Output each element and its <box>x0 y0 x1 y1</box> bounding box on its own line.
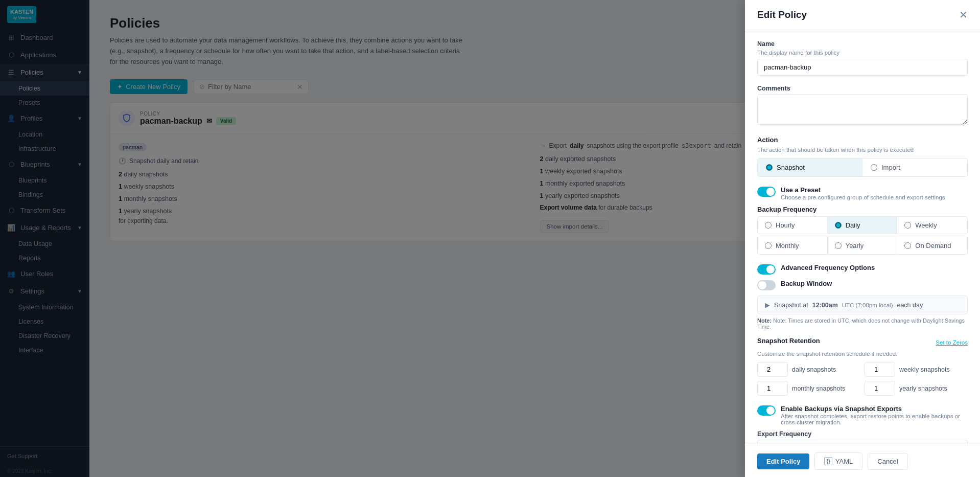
yaml-icon: {} <box>824 457 832 465</box>
backup-window-toggle[interactable] <box>757 280 776 290</box>
comments-textarea[interactable] <box>757 94 968 125</box>
snapshot-at-label: Snapshot at <box>774 302 808 309</box>
yearly-count-input[interactable] <box>865 381 895 396</box>
action-snapshot-option[interactable]: Snapshot <box>758 158 862 176</box>
snapshot-at-time: 12:00am <box>812 302 838 309</box>
weekly-snapshots-label: weekly snapshots <box>899 366 968 373</box>
action-label: Action <box>757 136 968 144</box>
monthly-snapshots-label: monthly snapshots <box>792 385 860 392</box>
daily-snapshots-label: daily snapshots <box>792 366 860 373</box>
freq-on-demand-radio[interactable] <box>904 242 911 249</box>
panel-close-button[interactable]: ✕ <box>959 10 968 20</box>
snapshot-schedule-row: ▶ Snapshot at 12:00am UTC (7:00pm local)… <box>757 296 968 314</box>
enable-backups-label: Enable Backups via Snapshot Exports <box>781 405 968 413</box>
frequency-row1: Hourly Daily Weekly <box>757 216 968 234</box>
freq-monthly-radio[interactable] <box>765 242 772 249</box>
backup-frequency-group: Backup Frequency Hourly Daily Weekly <box>757 206 968 255</box>
freq-monthly[interactable]: Monthly <box>758 237 828 254</box>
enable-backups-sublabel: After snapshot completes, export restore… <box>781 413 968 425</box>
monthly-count-input[interactable] <box>757 381 788 396</box>
freq-on-demand[interactable]: On Demand <box>897 237 967 254</box>
freq-hourly[interactable]: Hourly <box>758 217 828 234</box>
freq-weekly[interactable]: Weekly <box>897 217 967 234</box>
adv-freq-label: Advanced Frequency Options <box>781 264 875 271</box>
backup-frequency-label: Backup Frequency <box>757 206 968 213</box>
snapshot-retention-group: Snapshot Retention Set to Zeros Customiz… <box>757 337 968 396</box>
frequency-row2: Monthly Yearly On Demand <box>757 237 968 255</box>
action-import-radio[interactable] <box>871 164 877 171</box>
expand-icon[interactable]: ▶ <box>765 301 770 309</box>
export-freq-label: Export Frequency <box>757 430 968 438</box>
freq-daily-radio[interactable] <box>835 222 842 229</box>
enable-backups-toggle[interactable] <box>757 405 776 416</box>
freq-hourly-radio[interactable] <box>765 222 772 229</box>
comments-field-group: Comments <box>757 85 968 127</box>
name-label: Name <box>757 40 968 48</box>
comments-label: Comments <box>757 85 968 92</box>
set-to-zeros-link[interactable]: Set to Zeros <box>936 339 968 346</box>
weekly-count-input[interactable] <box>865 362 895 377</box>
use-preset-toggle[interactable] <box>757 187 776 197</box>
snapshot-at-utc: UTC (7:00pm local) <box>842 302 893 308</box>
overlay: Edit Policy ✕ Name The display name for … <box>0 0 980 477</box>
freq-weekly-radio[interactable] <box>904 222 911 229</box>
note-text: Note: Note: Times are stored in UTC, whi… <box>757 317 968 330</box>
edit-policy-button[interactable]: Edit Policy <box>757 453 809 469</box>
name-field-group: Name The display name for this policy <box>757 40 968 76</box>
name-input[interactable] <box>757 59 968 76</box>
use-preset-row: Use a Preset Choose a pre-configured gro… <box>757 186 968 200</box>
backup-window-label: Backup Window <box>781 280 832 287</box>
adv-freq-row: Advanced Frequency Options <box>757 264 968 275</box>
use-preset-label: Use a Preset <box>781 186 945 194</box>
backup-window-row: Backup Window <box>757 280 968 290</box>
enable-backups-row: Enable Backups via Snapshot Exports Afte… <box>757 405 968 425</box>
adv-freq-toggle[interactable] <box>757 264 776 275</box>
snapshot-retention-sub: Customize the snapshot retention schedul… <box>757 351 968 357</box>
edit-policy-panel: Edit Policy ✕ Name The display name for … <box>745 0 980 477</box>
action-snapshot-radio[interactable] <box>766 164 773 171</box>
freq-yearly[interactable]: Yearly <box>828 237 898 254</box>
action-field-group: Action The action that should be taken w… <box>757 136 968 177</box>
panel-footer: Edit Policy {} YAML Cancel <box>745 445 980 477</box>
action-sublabel: The action that should be taken when thi… <box>757 147 968 153</box>
daily-count-input[interactable] <box>757 362 788 377</box>
panel-title: Edit Policy <box>757 9 807 20</box>
name-sublabel: The display name for this policy <box>757 50 968 56</box>
action-options: Snapshot Import <box>757 158 968 177</box>
use-preset-sublabel: Choose a pre-configured group of schedul… <box>781 194 945 200</box>
cancel-button[interactable]: Cancel <box>868 453 907 470</box>
panel-header: Edit Policy ✕ <box>745 0 980 30</box>
snapshot-at-period: each day <box>897 302 923 309</box>
retention-inputs: daily snapshots weekly snapshots monthly… <box>757 362 968 396</box>
panel-body: Name The display name for this policy Co… <box>745 30 980 474</box>
freq-daily[interactable]: Daily <box>828 217 898 234</box>
freq-yearly-radio[interactable] <box>835 242 842 249</box>
yearly-snapshots-label: yearly snapshots <box>899 385 968 392</box>
snapshot-retention-label: Snapshot Retention <box>757 337 820 345</box>
action-import-option[interactable]: Import <box>862 158 967 176</box>
yaml-button[interactable]: {} YAML <box>814 452 862 470</box>
